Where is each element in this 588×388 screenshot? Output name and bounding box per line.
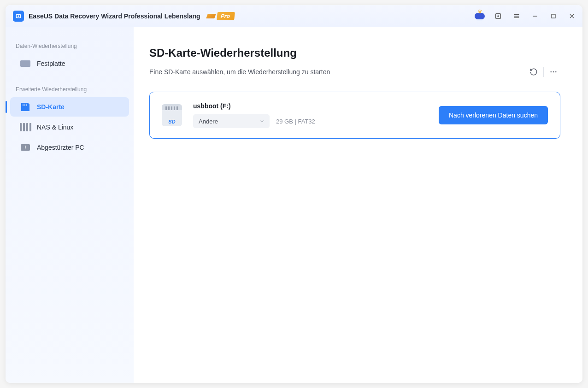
app-window: EaseUS Data Recovery Wizard Professional… [6,5,582,383]
more-button[interactable] [547,65,560,79]
device-card[interactable]: SD usbboot (F:) Andere 29 GB | FAT32 [149,92,560,139]
sidebar-item-hdd[interactable]: Festplatte [10,54,129,73]
titlebar: EaseUS Data Recovery Wizard Professional… [6,5,582,27]
assistant-icon[interactable]: ♛ [475,11,485,21]
nas-icon [20,123,30,131]
refresh-button[interactable] [527,65,541,79]
device-name: usbboot (F:) [193,102,315,110]
pro-badge: Pro [207,12,235,20]
sidebar-item-label: Festplatte [37,60,65,67]
body: Daten-Wiederherstellung Festplatte Erwei… [6,27,582,383]
svg-point-4 [553,71,554,73]
maximize-button[interactable] [548,11,559,21]
pro-flag-icon [206,14,216,18]
hdd-icon [20,59,30,68]
sd-device-icon: SD [162,104,182,126]
scan-button[interactable]: Nach verlorenen Daten suchen [439,106,548,124]
crashed-pc-icon [20,143,30,152]
svg-point-5 [555,71,557,73]
menu-icon[interactable] [512,11,522,21]
titlebar-controls: ♛ [475,11,577,21]
sidebar-section-advanced: Erweiterte Wiederherstellung [6,82,134,96]
device-meta: 29 GB | FAT32 [276,118,315,125]
sidebar-item-label: SD-Karte [37,103,65,111]
page-title: SD-Karte-Wiederherstellung [149,47,560,59]
svg-point-3 [550,71,552,73]
type-selected: Andere [199,118,218,125]
page-subtitle: Eine SD-Karte auswählen, um die Wiederhe… [149,68,330,76]
sidebar: Daten-Wiederherstellung Festplatte Erwei… [6,27,134,383]
subtitle-row: Eine SD-Karte auswählen, um die Wiederhe… [149,65,560,79]
sidebar-item-label: NAS & Linux [37,123,73,131]
device-info: usbboot (F:) Andere 29 GB | FAT32 [193,102,315,128]
app-title: EaseUS Data Recovery Wizard Professional… [29,12,200,20]
app-logo-icon [13,11,24,22]
sidebar-item-label: Abgestürzter PC [37,144,84,151]
minimize-button[interactable] [530,11,540,21]
pro-label: Pro [217,12,235,20]
chevron-down-icon [259,118,265,124]
close-button[interactable] [567,11,577,21]
sidebar-item-crashed-pc[interactable]: Abgestürzter PC [10,138,129,157]
download-icon[interactable] [493,11,503,21]
svg-rect-2 [552,14,555,18]
sidebar-item-sd[interactable]: SD-Karte [10,97,129,117]
sd-label: SD [168,119,175,124]
sidebar-item-nas[interactable]: NAS & Linux [10,118,129,137]
sidebar-section-recovery: Daten-Wiederherstellung [6,38,134,53]
sd-card-icon [20,103,30,111]
main-panel: SD-Karte-Wiederherstellung Eine SD-Karte… [134,27,582,383]
device-type-select[interactable]: Andere [193,114,270,128]
divider [543,67,544,77]
